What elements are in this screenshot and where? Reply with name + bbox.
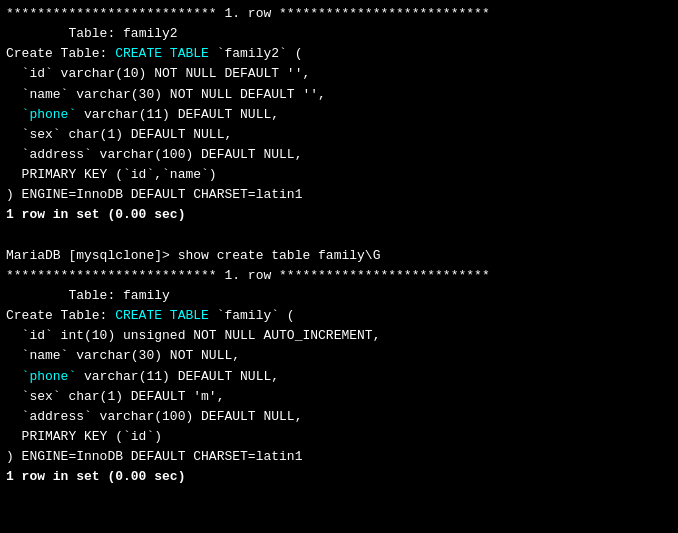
line-21: `address` varchar(100) DEFAULT NULL,: [6, 407, 672, 427]
line-19: `phone` varchar(11) DEFAULT NULL,: [6, 367, 672, 387]
line-24: 1 row in set (0.00 sec): [6, 467, 672, 487]
line-3: Create Table: CREATE TABLE `family2` (: [6, 44, 672, 64]
line-17: `id` int(10) unsigned NOT NULL AUTO_INCR…: [6, 326, 672, 346]
line-4: `id` varchar(10) NOT NULL DEFAULT '',: [6, 64, 672, 84]
line-20: `sex` char(1) DEFAULT 'm',: [6, 387, 672, 407]
line-5: `name` varchar(30) NOT NULL DEFAULT '',: [6, 85, 672, 105]
line-6: `phone` varchar(11) DEFAULT NULL,: [6, 105, 672, 125]
line-22: PRIMARY KEY (`id`): [6, 427, 672, 447]
line-1: *************************** 1. row *****…: [6, 4, 672, 24]
line-15: Table: family: [6, 286, 672, 306]
line-13: MariaDB [mysqlclone]> show create table …: [6, 246, 672, 266]
line-7: `sex` char(1) DEFAULT NULL,: [6, 125, 672, 145]
line-8: `address` varchar(100) DEFAULT NULL,: [6, 145, 672, 165]
terminal-window: *************************** 1. row *****…: [0, 0, 678, 533]
line-11: 1 row in set (0.00 sec): [6, 205, 672, 225]
line-23: ) ENGINE=InnoDB DEFAULT CHARSET=latin1: [6, 447, 672, 467]
line-18: `name` varchar(30) NOT NULL,: [6, 346, 672, 366]
line-9: PRIMARY KEY (`id`,`name`): [6, 165, 672, 185]
line-12: [6, 226, 672, 246]
line-2: Table: family2: [6, 24, 672, 44]
line-14: *************************** 1. row *****…: [6, 266, 672, 286]
line-16: Create Table: CREATE TABLE `family` (: [6, 306, 672, 326]
line-10: ) ENGINE=InnoDB DEFAULT CHARSET=latin1: [6, 185, 672, 205]
